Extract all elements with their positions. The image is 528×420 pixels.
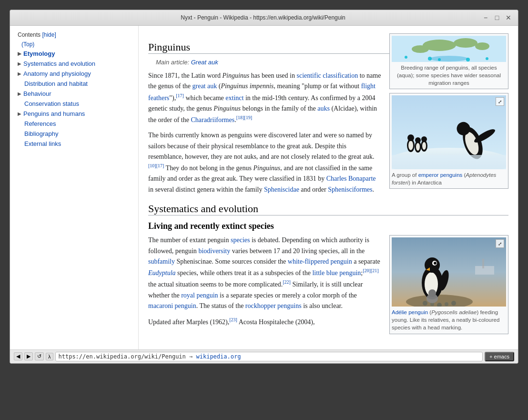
sphenisciformes-link[interactable]: Sphenisciformes <box>328 186 372 193</box>
url-bar[interactable]: https://en.wikipedia.org/wiki/Penguin → … <box>55 352 483 361</box>
sidebar-item-bibliography[interactable]: Bibliography <box>10 129 138 139</box>
royal-penguin-link[interactable]: royal penguin <box>181 292 218 299</box>
minimize-button[interactable]: − <box>482 14 489 21</box>
emperor-penguin-box: ⤢ A group of emperor penguins (Aptenodyt… <box>389 93 508 189</box>
sidebar-item-systematics[interactable]: ▶ Systematics and evolution <box>10 59 138 69</box>
great-auk-link2[interactable]: great auk <box>193 82 217 90</box>
expand-icon[interactable]: ⤢ <box>496 97 504 106</box>
window-title: Nyxt - Penguin - Wikipedia - https://en.… <box>44 14 482 21</box>
white-flippered-link[interactable]: white-flippered penguin <box>288 258 352 265</box>
sidebar-item-distribution[interactable]: Distribution and habitat <box>10 79 138 89</box>
sidebar-item-behaviour[interactable]: ▶ Behaviour <box>10 89 138 99</box>
emperor-penguin-image: ⤢ <box>392 95 506 169</box>
sidebar-item-penguins-humans[interactable]: ▶ Penguins and humans <box>10 109 138 119</box>
expand-icon-2[interactable]: ⤢ <box>496 239 504 248</box>
svg-rect-43 <box>482 259 484 268</box>
adelie-penguin-image: ⤢ <box>392 237 506 307</box>
sidebar-item-etymology[interactable]: ▶ Etymology <box>10 49 138 59</box>
svg-point-2 <box>454 38 477 48</box>
svg-rect-42 <box>475 266 494 275</box>
svg-point-20 <box>422 142 426 150</box>
url-arrow: → <box>189 353 196 360</box>
conservation-link[interactable]: Conservation status <box>24 100 79 107</box>
maximize-button[interactable]: □ <box>493 14 501 21</box>
svg-point-41 <box>428 289 436 297</box>
sidebar-item-anatomy[interactable]: ▶ Anatomy and physiology <box>10 69 138 79</box>
url-text: https://en.wikipedia.org/wiki/Penguin <box>59 353 186 360</box>
scientific-classification-link[interactable]: scientific classification <box>296 72 358 79</box>
macaroni-link[interactable]: macaroni penguin <box>148 302 196 309</box>
back-button[interactable]: ◀ <box>14 352 22 360</box>
main-article-label: Main article: <box>156 59 191 66</box>
sidebar-item-references[interactable]: References <box>10 119 138 129</box>
arrow-icon: ▶ <box>18 51 21 56</box>
svg-point-18 <box>415 137 421 143</box>
adelie-penguin-box: ⤢ Adélie penguin (Pygoscelis adeliae) fe… <box>389 235 508 334</box>
emacs-button[interactable]: + emacs <box>485 352 514 361</box>
behaviour-link[interactable]: Behaviour <box>23 90 51 97</box>
svg-point-3 <box>412 45 429 53</box>
sidebar: Contents [hide] (Top) ▶ Etymology ▶ Syst… <box>10 26 139 349</box>
penguins-humans-link[interactable]: Penguins and humans <box>23 110 85 117</box>
svg-point-9 <box>486 57 488 60</box>
living-species-heading: Living and recently extinct species <box>148 221 508 231</box>
sidebar-top-link[interactable]: (Top) <box>10 40 138 49</box>
window-controls: − □ ✕ <box>482 14 512 21</box>
eudyptula-link[interactable]: Eudyptula <box>148 269 176 277</box>
svg-point-5 <box>430 56 468 61</box>
adelie-link[interactable]: Adélie penguin <box>392 309 428 315</box>
map-caption: Breeding range of penguins, all species … <box>392 64 506 87</box>
systematics-heading: Systematics and evolution <box>148 203 508 215</box>
charadriiformes-link[interactable]: Charadriiformes <box>191 116 234 123</box>
svg-point-6 <box>428 57 432 61</box>
species-link[interactable]: species <box>231 236 250 244</box>
sidebar-contents-header: Contents [hide] <box>10 30 138 40</box>
emperor-penguins-link[interactable]: emperor penguins <box>418 172 463 178</box>
svg-point-14 <box>408 141 413 150</box>
map-image <box>392 36 506 62</box>
sidebar-item-conservation[interactable]: Conservation status <box>10 99 138 109</box>
nav-buttons: ◀ ▶ ↺ λ <box>14 352 53 360</box>
external-link[interactable]: External links <box>24 140 61 147</box>
svg-point-8 <box>466 58 470 61</box>
hide-link[interactable]: [hide] <box>42 31 56 38</box>
statusbar: ◀ ▶ ↺ λ https://en.wikipedia.org/wiki/Pe… <box>10 349 518 363</box>
charles-link[interactable]: Charles <box>326 175 347 182</box>
svg-point-10 <box>405 56 407 59</box>
content-area: Contents [hide] (Top) ▶ Etymology ▶ Syst… <box>10 26 518 349</box>
arrow-icon: ▶ <box>18 71 21 76</box>
anatomy-link[interactable]: Anatomy and physiology <box>23 70 91 77</box>
svg-point-4 <box>475 42 489 50</box>
lambda-button[interactable]: λ <box>46 353 53 360</box>
emperor-penguin-caption: A group of emperor penguins (Aptenodytes… <box>392 171 506 186</box>
svg-point-21 <box>421 136 427 142</box>
titlebar: Nyxt - Penguin - Wikipedia - https://en.… <box>10 10 518 26</box>
arrow-icon: ▶ <box>18 91 21 96</box>
etymology-link[interactable]: Etymology <box>23 50 55 57</box>
sidebar-item-external[interactable]: External links <box>10 139 138 149</box>
arrow-icon: ▶ <box>18 111 21 116</box>
svg-point-7 <box>438 58 441 61</box>
svg-point-15 <box>407 134 414 141</box>
great-auk-link[interactable]: Great auk <box>191 59 218 66</box>
close-button[interactable]: ✕ <box>505 14 512 21</box>
spheniscidae-link[interactable]: Spheniscidae <box>264 186 299 193</box>
rockhopper-link[interactable]: rockhopper penguins <box>245 302 302 309</box>
little-blue-link[interactable]: little blue penguin <box>312 269 361 277</box>
biodiversity-link[interactable]: biodiversity <box>198 247 230 255</box>
bonaparte-link[interactable]: Bonaparte <box>348 175 376 182</box>
map-image-box: Breeding range of penguins, all species … <box>389 33 508 89</box>
contents-label: Contents <box>18 31 41 38</box>
subfamily-link[interactable]: subfamily <box>148 258 175 265</box>
svg-point-33 <box>451 301 456 306</box>
auks-link[interactable]: auks <box>317 105 330 112</box>
forward-button[interactable]: ▶ <box>24 352 33 360</box>
systematics-link[interactable]: Systematics and evolution <box>23 60 95 67</box>
extinct-link[interactable]: extinct <box>225 94 244 101</box>
svg-point-38 <box>434 262 437 265</box>
references-link[interactable]: References <box>24 120 56 127</box>
svg-point-17 <box>416 143 420 151</box>
distribution-link[interactable]: Distribution and habitat <box>24 80 88 87</box>
reload-button[interactable]: ↺ <box>35 352 44 360</box>
bibliography-link[interactable]: Bibliography <box>24 130 59 137</box>
